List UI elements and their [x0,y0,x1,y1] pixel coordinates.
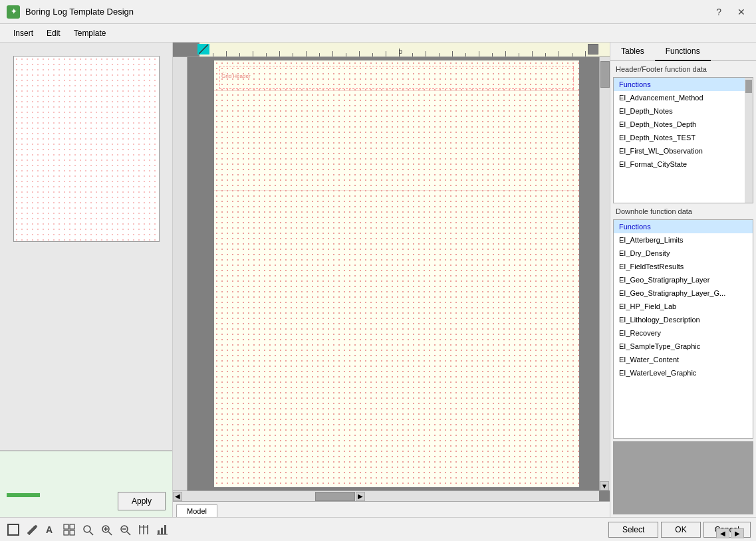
left-panel: Apply [0,43,173,517]
svg-point-7 [84,526,90,532]
svg-rect-21 [161,528,163,534]
separator-line-2 [214,190,579,191]
horizontal-scrollbar[interactable]: ◀ ▶ [173,490,599,501]
tab-model[interactable]: Model [176,504,217,517]
hf-list-item-4[interactable]: EI_Depth_Notes_TEST [614,131,753,144]
canvas-scroll-area[interactable]: ... Grid Header ▼ ◀ ▶ [173,57,610,501]
hf-scrollbar[interactable] [745,78,753,203]
tool-zoom-in-icon[interactable] [98,522,114,538]
hf-list-item-5[interactable]: EI_First_WL_Observation [614,144,753,158]
page-dots [214,60,579,487]
hf-list-item-functions[interactable]: Functions [614,78,753,91]
title-bar: ✦ Boring Log Template Design ? ✕ [0,0,756,24]
menu-edit[interactable]: Edit [40,27,67,40]
dh-list-item-1[interactable]: EI_Atterberg_Limits [614,233,753,247]
tool-grid-icon[interactable] [61,522,77,538]
green-bar-indicator [7,493,40,497]
separator-line [214,90,579,91]
header-footer-list[interactable]: Functions EI_Advancement_Method EI_Depth… [613,77,753,203]
canvas-tabs: Model ◀ ▶ [173,501,610,517]
header-footer-label: Header/Footer function data [610,61,756,77]
tool-pencil-icon[interactable] [24,522,40,538]
right-panel-tabs: Tables Functions [610,43,756,61]
dh-list-item-10[interactable]: EI_Water_Content [614,353,753,366]
dh-list-item-9[interactable]: EI_SampleType_Graphic [614,340,753,353]
menu-bar: Insert Edit Template [0,24,756,43]
svg-rect-6 [70,530,74,535]
svg-rect-5 [64,530,68,535]
vertical-scrollbar[interactable]: ▼ [599,57,610,490]
bottom-panel: Apply [0,451,172,517]
hf-list-item-1[interactable]: EI_Advancement_Method [614,91,753,104]
preview-white-area [13,56,160,242]
hf-list-item-3[interactable]: EI_Depth_Notes_Depth [614,118,753,131]
svg-rect-1 [8,524,19,535]
preview-dots [14,56,159,241]
dh-list-item-11[interactable]: EI_WaterLevel_Graphic [614,366,753,379]
tool-zoom-fit-icon[interactable] [80,522,96,538]
ok-button[interactable]: OK [661,522,700,538]
tool-column-icon[interactable] [136,522,152,538]
svg-line-14 [127,532,130,535]
center-canvas: 0 [173,43,610,517]
menu-insert[interactable]: Insert [7,27,40,40]
tool-chart-icon[interactable] [154,522,170,538]
dh-list-item-7[interactable]: EI_Lithology_Description [614,313,753,326]
page-white: ... Grid Header [214,60,579,487]
scroll-down-btn[interactable]: ▼ [600,481,609,490]
svg-line-0 [199,45,208,54]
svg-line-10 [108,532,112,535]
dh-list-item-4[interactable]: EI_Geo_Stratigraphy_Layer [614,273,753,286]
window-title: Boring Log Template Design [25,7,134,17]
gray-left-margin [188,57,214,490]
tool-text-icon[interactable]: A [43,522,59,538]
title-bar-left: ✦ Boring Log Template Design [7,5,134,19]
tab-functions[interactable]: Functions [655,43,711,61]
svg-text:A: A [46,524,53,535]
bottom-toolbar: A Select OK Cancel [0,517,756,541]
canvas-preview [0,43,172,451]
ruler-top: 0 [173,43,610,57]
svg-rect-4 [70,524,74,529]
svg-rect-22 [164,525,166,534]
scrollbar-v-thumb[interactable] [600,61,610,88]
downhole-list[interactable]: Functions EI_Atterberg_Limits EI_Dry_Den… [613,219,753,439]
header-region: ... Grid Header [219,66,574,89]
right-panel-gray-fill [613,441,753,514]
tool-zoom-out-icon[interactable] [117,522,133,538]
svg-rect-20 [158,530,160,534]
apply-button[interactable]: Apply [118,492,166,510]
scroll-right-btn[interactable]: ▶ [356,492,365,501]
title-bar-controls: ? ✕ [712,5,749,19]
scroll-left-btn[interactable]: ◀ [173,492,182,501]
gray-right-margin [579,57,599,490]
dh-list-item-3[interactable]: EI_FieldTestResults [614,260,753,273]
tool-rectangle-icon[interactable] [5,522,21,538]
dh-list-item-functions[interactable]: Functions [614,220,753,233]
hf-scrollbar-thumb[interactable] [745,80,752,93]
svg-line-8 [90,532,93,535]
main-layout: Apply 0 [0,43,756,517]
tab-tables[interactable]: Tables [610,43,655,61]
hf-list-item-6[interactable]: EI_Format_CityState [614,158,753,171]
select-button[interactable]: Select [608,522,658,538]
scrollbar-h-thumb[interactable] [315,492,355,501]
dh-list-item-5[interactable]: EI_Geo_Stratigraphy_Layer_G... [614,286,753,300]
page-background: ... Grid Header [188,57,599,490]
menu-template[interactable]: Template [67,27,113,40]
close-button[interactable]: ✕ [733,5,749,19]
downhole-label: Downhole function data [610,203,756,219]
app-icon: ✦ [7,5,20,19]
corner-marker-icon [199,45,208,54]
dh-list-item-8[interactable]: EI_Recovery [614,326,753,340]
dh-list-item-2[interactable]: EI_Dry_Density [614,247,753,260]
svg-rect-3 [64,524,68,529]
dh-list-item-6[interactable]: EI_HP_Field_Lab [614,300,753,313]
help-button[interactable]: ? [712,5,725,19]
hf-list-item-2[interactable]: EI_Depth_Notes [614,104,753,118]
right-panel: Tables Functions Header/Footer function … [610,43,756,517]
